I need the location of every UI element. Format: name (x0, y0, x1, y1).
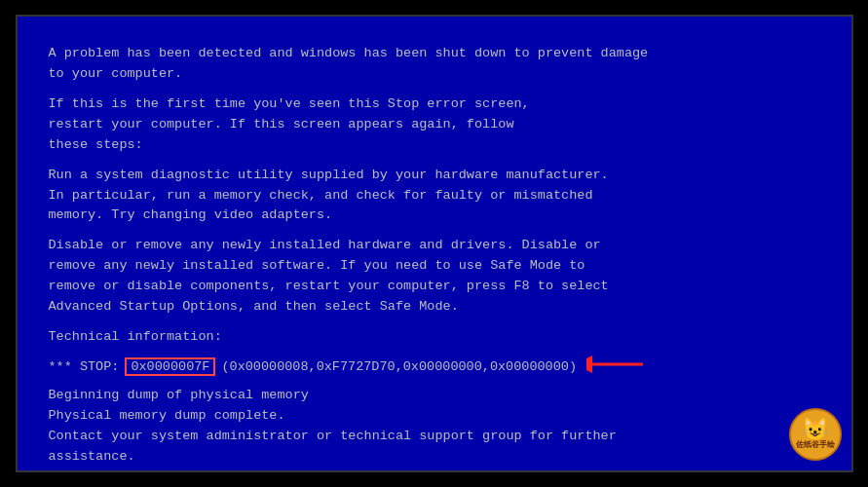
para1-line2: restart your computer. If this screen ap… (49, 115, 820, 135)
para1-line1: If this is the first time you've seen th… (49, 94, 820, 115)
para3-line4: Advanced Startup Options, and then selec… (49, 297, 820, 318)
bsod-screen: A problem has been detected and windows … (16, 15, 853, 472)
stop-params: (0x00000008,0xF7727D70,0x00000000,0x0000… (221, 359, 577, 374)
para2-line2: In particular, run a memory check, and c… (49, 186, 820, 206)
stop-prefix: *** STOP: (49, 359, 120, 374)
red-arrow-icon (586, 354, 645, 380)
para3-line3: remove or disable components, restart yo… (49, 277, 820, 297)
stop-line: *** STOP: 0x0000007F (0x00000008,0xF7727… (49, 354, 820, 380)
para2-line3: memory. Try changing video adapters. (49, 206, 820, 226)
para3-line2: remove any newly installed software. If … (49, 256, 820, 277)
dump-line2: Physical memory dump complete. (49, 406, 820, 427)
dump-line4: assistance. (49, 447, 820, 468)
stop-code: 0x0000007F (125, 357, 215, 376)
watermark-face-icon: 😺 (796, 419, 835, 440)
line1: A problem has been detected and windows … (49, 44, 820, 64)
watermark-content: 😺 佐纸谷手绘 (794, 417, 837, 452)
dump-line1: Beginning dump of physical memory (49, 386, 820, 406)
para1-line3: these steps: (49, 135, 820, 156)
watermark-text: 佐纸谷手绘 (796, 440, 835, 450)
para3-line1: Disable or remove any newly installed ha… (49, 236, 820, 256)
dump-line3: Contact your system administrator or tec… (49, 427, 820, 447)
line2: to your computer. (49, 64, 820, 85)
para2-line1: Run a system diagnostic utility supplied… (49, 166, 820, 186)
tech-header: Technical information: (49, 327, 820, 348)
watermark-badge: 😺 佐纸谷手绘 (789, 408, 842, 461)
